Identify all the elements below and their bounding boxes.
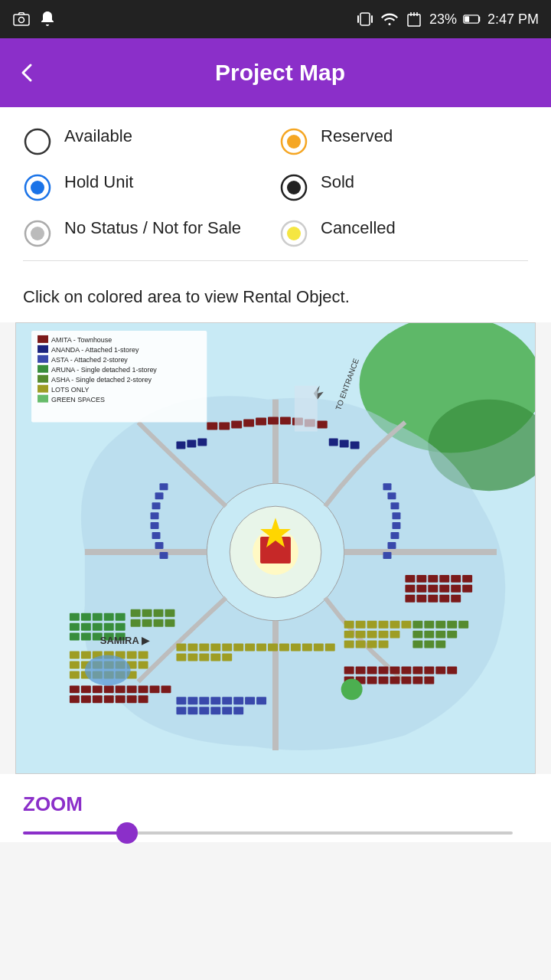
wifi-icon xyxy=(380,10,399,28)
svg-rect-190 xyxy=(424,631,434,639)
svg-rect-130 xyxy=(199,707,209,714)
svg-rect-75 xyxy=(131,609,141,617)
svg-rect-30 xyxy=(231,421,242,429)
svg-rect-37 xyxy=(317,421,328,429)
svg-rect-191 xyxy=(435,631,445,639)
status-bar: 23% 2:47 PM xyxy=(0,0,551,38)
svg-rect-175 xyxy=(344,631,354,639)
legend-divider xyxy=(23,260,528,261)
project-map-svg[interactable]: AMITA - Townhouse ANANDA - Attached 1-st… xyxy=(16,323,535,773)
svg-rect-117 xyxy=(428,595,438,603)
svg-rect-110 xyxy=(416,585,426,593)
svg-rect-143 xyxy=(70,695,80,703)
svg-rect-167 xyxy=(210,654,220,662)
svg-rect-188 xyxy=(458,621,468,629)
svg-rect-105 xyxy=(428,575,438,583)
legend-item-hold-unit: Hold Unit xyxy=(23,172,272,202)
svg-rect-225 xyxy=(37,385,48,393)
svg-rect-204 xyxy=(435,666,445,674)
legend-item-no-status: No Status / Not for Sale xyxy=(23,217,272,248)
svg-rect-29 xyxy=(219,423,230,430)
svg-rect-83 xyxy=(70,652,80,659)
svg-rect-28 xyxy=(207,423,217,430)
svg-point-17 xyxy=(31,227,44,240)
available-radio-icon xyxy=(23,127,52,156)
svg-rect-173 xyxy=(390,621,399,629)
svg-rect-154 xyxy=(222,644,232,652)
svg-rect-78 xyxy=(165,609,174,617)
svg-rect-109 xyxy=(405,585,415,593)
svg-rect-68 xyxy=(70,633,80,641)
svg-rect-189 xyxy=(412,631,422,639)
battery-icon xyxy=(463,10,481,28)
svg-rect-215 xyxy=(37,335,48,343)
svg-rect-73 xyxy=(116,623,126,631)
svg-rect-119 xyxy=(451,595,461,603)
legend-item-cancelled: Cancelled xyxy=(279,217,528,248)
svg-rect-44 xyxy=(160,483,168,490)
svg-rect-132 xyxy=(222,707,232,714)
svg-rect-59 xyxy=(383,552,392,559)
svg-rect-145 xyxy=(93,695,103,703)
header: Project Map xyxy=(0,38,551,107)
svg-rect-104 xyxy=(416,575,426,583)
legend-grid: Available Reserved Hold Unit Sold xyxy=(23,126,528,248)
hold-unit-label: Hold Unit xyxy=(64,172,133,194)
svg-rect-134 xyxy=(70,685,80,693)
map-container[interactable]: AMITA - Townhouse ANANDA - Attached 1-st… xyxy=(15,322,536,774)
svg-rect-195 xyxy=(435,641,445,648)
sd-icon xyxy=(405,10,423,28)
svg-rect-82 xyxy=(165,619,174,627)
svg-rect-58 xyxy=(388,542,396,549)
svg-rect-137 xyxy=(104,685,114,693)
svg-rect-31 xyxy=(243,420,254,427)
svg-rect-166 xyxy=(199,654,209,662)
no-status-label: No Status / Not for Sale xyxy=(64,217,241,240)
svg-rect-124 xyxy=(222,697,232,704)
svg-rect-116 xyxy=(416,595,426,603)
page-title: Project Map xyxy=(55,60,505,86)
svg-rect-2 xyxy=(360,13,370,25)
zoom-label: ZOOM xyxy=(23,792,528,816)
svg-rect-62 xyxy=(93,613,103,621)
reserved-radio-icon xyxy=(279,127,308,156)
svg-rect-177 xyxy=(367,631,377,639)
svg-rect-194 xyxy=(424,641,434,648)
svg-rect-32 xyxy=(256,418,266,426)
svg-rect-200 xyxy=(390,666,399,674)
svg-rect-205 xyxy=(447,666,457,674)
svg-rect-106 xyxy=(439,575,449,583)
svg-rect-52 xyxy=(383,483,392,490)
svg-rect-90 xyxy=(70,661,80,668)
vibrate-icon xyxy=(356,10,374,28)
svg-rect-199 xyxy=(379,666,389,674)
svg-rect-72 xyxy=(116,613,126,621)
svg-rect-111 xyxy=(428,585,438,593)
svg-rect-133 xyxy=(233,707,243,714)
svg-rect-209 xyxy=(379,676,389,684)
svg-rect-80 xyxy=(142,619,152,627)
svg-rect-60 xyxy=(70,613,80,621)
svg-rect-122 xyxy=(199,697,209,704)
svg-rect-64 xyxy=(70,623,80,631)
svg-rect-149 xyxy=(139,695,148,703)
zoom-slider[interactable] xyxy=(23,831,513,835)
svg-rect-45 xyxy=(155,492,164,499)
svg-rect-217 xyxy=(37,345,48,353)
svg-rect-49 xyxy=(152,532,161,539)
svg-rect-51 xyxy=(160,552,168,559)
svg-rect-213 xyxy=(424,676,434,684)
svg-point-5 xyxy=(388,23,390,25)
svg-rect-76 xyxy=(142,609,152,617)
svg-rect-67 xyxy=(104,623,114,631)
svg-rect-56 xyxy=(392,522,400,529)
svg-rect-208 xyxy=(367,676,377,684)
svg-rect-43 xyxy=(350,441,360,449)
svg-rect-174 xyxy=(401,621,411,629)
svg-rect-142 xyxy=(161,685,171,693)
back-button[interactable] xyxy=(15,60,40,85)
svg-rect-112 xyxy=(439,585,449,593)
svg-rect-172 xyxy=(379,621,389,629)
cancelled-radio-icon xyxy=(279,219,308,248)
svg-rect-198 xyxy=(367,666,377,674)
